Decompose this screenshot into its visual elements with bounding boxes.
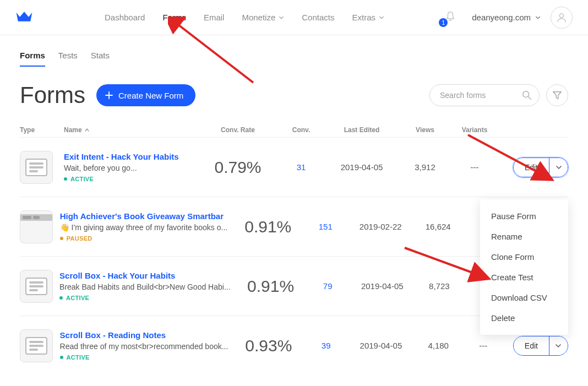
nav-forms[interactable]: Forms	[162, 13, 186, 22]
status-badge: PAUSED	[60, 235, 227, 242]
dropdown-delete[interactable]: Delete	[480, 308, 568, 328]
filter-icon	[552, 90, 562, 100]
search-icon[interactable]	[522, 90, 532, 100]
col-header-views[interactable]: Views	[398, 126, 453, 134]
search-wrap	[429, 84, 540, 106]
form-name-cell: High Achiever's Book Giveaway Smartbar👋 …	[60, 211, 233, 242]
form-subtitle: Wait, before you go...	[64, 164, 194, 172]
status-label: ACTIVE	[70, 176, 94, 182]
page-title: Forms	[20, 82, 85, 108]
form-subtitle: Break Bad Habits and Build<br>New Good H…	[59, 282, 231, 291]
last-edited-value: 2019-04-05	[350, 281, 415, 291]
col-header-last-edited[interactable]: Last Edited	[326, 126, 398, 134]
avatar[interactable]	[551, 7, 573, 29]
form-title-link[interactable]: Scroll Box - Reading Notes	[60, 330, 228, 340]
variants-value: ---	[464, 341, 504, 350]
chevron-down-icon	[556, 164, 562, 171]
table-row: Exit Intent - Hack Your HabitsWait, befo…	[20, 137, 568, 197]
actions-cell: Edit	[503, 336, 568, 356]
dropdown-clone-form[interactable]: Clone Form	[480, 247, 568, 267]
crown-icon	[15, 10, 33, 23]
chevron-down-icon	[555, 342, 562, 349]
subtab-stats[interactable]: Stats	[91, 51, 110, 67]
last-edited-value: 2019-02-22	[348, 222, 413, 231]
create-form-label: Create New Form	[118, 91, 183, 100]
account-label: deanyeong.com	[472, 13, 531, 22]
dropdown-download-csv[interactable]: Download CSV	[480, 287, 568, 308]
col-header-name-label: Name	[64, 126, 82, 134]
table-header: Type Name Conv. Rate Conv. Last Edited V…	[20, 123, 568, 137]
edit-button[interactable]: Edit	[514, 158, 549, 177]
status-label: PAUSED	[67, 235, 92, 242]
form-name-cell: Exit Intent - Hack Your HabitsWait, befo…	[64, 152, 199, 182]
brand-logo[interactable]	[15, 10, 33, 25]
main-nav: Dashboard Forms Email Monetize Contacts …	[105, 13, 384, 22]
filter-button[interactable]	[546, 84, 568, 106]
form-subtitle: Read three of my most<br>recommended boo…	[60, 342, 228, 351]
dropdown-pause-form[interactable]: Pause Form	[480, 206, 568, 226]
nav-contacts[interactable]: Contacts	[302, 13, 334, 22]
form-title-link[interactable]: High Achiever's Book Giveaway Smartbar	[60, 211, 227, 221]
notification-count-badge: 1	[439, 18, 448, 27]
nav-email[interactable]: Email	[204, 13, 225, 22]
status-label: ACTIVE	[66, 295, 89, 301]
chevron-down-icon	[279, 15, 284, 20]
form-name-cell: Scroll Box - Reading NotesRead three of …	[60, 330, 234, 361]
form-title-link[interactable]: Exit Intent - Hack Your Habits	[64, 152, 194, 161]
conv-value-link[interactable]: 39	[303, 341, 349, 350]
views-value: 3,912	[398, 162, 453, 172]
create-form-button[interactable]: Create New Form	[96, 84, 195, 106]
conv-rate-value: 0.91%	[233, 218, 303, 236]
subtab-tests[interactable]: Tests	[58, 51, 78, 67]
edit-split-button: Edit	[513, 157, 568, 177]
conv-rate-value: 0.93%	[233, 336, 303, 355]
chevron-down-icon	[535, 15, 541, 20]
notifications-button[interactable]: 1	[444, 10, 456, 25]
conv-value-link[interactable]: 151	[303, 222, 348, 231]
sort-asc-icon	[84, 127, 90, 133]
conv-rate-value: 0.79%	[199, 158, 276, 177]
user-icon	[556, 12, 568, 24]
conv-value-link[interactable]: 79	[306, 281, 350, 291]
dropdown-rename[interactable]: Rename	[480, 226, 568, 247]
form-title-link[interactable]: Scroll Box - Hack Your Habits	[59, 271, 231, 280]
conv-rate-value: 0.91%	[236, 277, 306, 296]
form-type-thumbnail[interactable]	[20, 151, 53, 184]
nav-extras-label: Extras	[352, 13, 375, 22]
variants-value: ---	[453, 162, 497, 172]
status-badge: ACTIVE	[60, 354, 228, 361]
subtab-forms[interactable]: Forms	[20, 51, 45, 67]
form-name-cell: Scroll Box - Hack Your HabitsBreak Bad H…	[59, 271, 236, 301]
last-edited-value: 2019-04-05	[349, 341, 413, 350]
dropdown-create-test[interactable]: Create Test	[480, 267, 568, 287]
edit-dropdown-toggle[interactable]	[549, 336, 568, 355]
views-value: 16,624	[413, 222, 463, 231]
status-badge: ACTIVE	[64, 176, 194, 182]
nav-extras[interactable]: Extras	[352, 13, 384, 22]
page-header: Forms Create New Form	[0, 67, 588, 116]
svg-point-1	[523, 91, 529, 97]
form-type-thumbnail[interactable]	[20, 329, 53, 362]
actions-cell: Edit	[497, 157, 568, 177]
conv-value-link[interactable]: 31	[276, 162, 326, 172]
nav-monetize-label: Monetize	[242, 13, 275, 22]
form-type-thumbnail[interactable]	[20, 210, 53, 243]
col-header-type[interactable]: Type	[20, 126, 64, 134]
edit-button[interactable]: Edit	[514, 336, 549, 355]
col-header-conv[interactable]: Conv.	[276, 126, 326, 134]
form-type-thumbnail[interactable]	[20, 270, 53, 303]
edit-dropdown-toggle[interactable]	[549, 158, 568, 177]
sub-nav: Forms Tests Stats	[0, 35, 588, 67]
col-header-name[interactable]: Name	[64, 126, 199, 134]
nav-monetize[interactable]: Monetize	[242, 13, 284, 22]
edit-split-button: Edit	[513, 336, 568, 356]
col-header-conv-rate[interactable]: Conv. Rate	[199, 126, 276, 134]
nav-dashboard[interactable]: Dashboard	[105, 13, 145, 22]
form-subtitle: 👋 I'm giving away three of my favorite b…	[60, 223, 227, 232]
account-switcher[interactable]: deanyeong.com	[472, 13, 541, 22]
plus-icon	[105, 91, 113, 99]
col-header-variants[interactable]: Variants	[453, 126, 497, 134]
views-value: 8,723	[415, 281, 464, 291]
status-badge: ACTIVE	[59, 295, 231, 301]
last-edited-value: 2019-04-05	[326, 162, 398, 172]
